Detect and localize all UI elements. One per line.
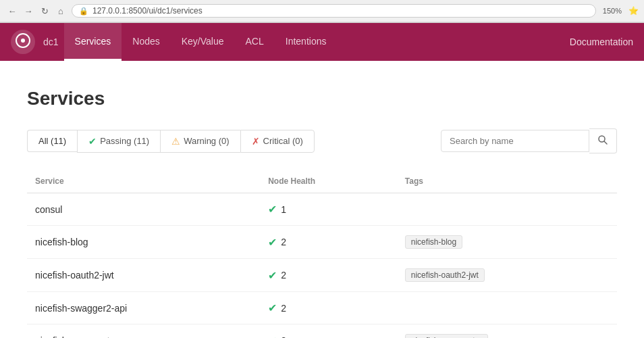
service-name: nicefish-oauth2-jwt: [35, 270, 114, 281]
table-row[interactable]: consul✔1: [27, 193, 617, 226]
col-service: Service: [27, 170, 260, 193]
filter-passing-button[interactable]: ✔ Passing (11): [77, 130, 160, 153]
health-count: 2: [281, 270, 286, 281]
filter-warning-button[interactable]: ⚠ Warning (0): [160, 130, 240, 153]
browser-toolbar: ← → ↻ ⌂ 🔒 127.0.0.1:8500/ui/dc1/services…: [0, 0, 644, 22]
service-name: nicefish-blog: [35, 237, 88, 247]
service-name: nicefish-swagger2-api: [35, 303, 127, 314]
filter-bar: All (11) ✔ Passing (11) ⚠ Warning (0) ✗ …: [27, 128, 617, 153]
services-table: Service Node Health Tags consul✔1nicefis…: [27, 170, 617, 338]
table-row[interactable]: nicefish-user-center✔2nicefish-user-cent…: [27, 324, 617, 339]
consul-logo-icon: [15, 32, 31, 52]
search-input[interactable]: [441, 130, 589, 152]
search-group: [441, 128, 617, 153]
navbar-link-keyvalue[interactable]: Key/Value: [171, 23, 235, 61]
service-name-cell: nicefish-oauth2-jwt: [27, 259, 260, 292]
node-health-cell: ✔2: [260, 292, 397, 324]
tags-cell: nicefish-user-center: [397, 324, 617, 339]
browser-chrome: ← → ↻ ⌂ 🔒 127.0.0.1:8500/ui/dc1/services…: [0, 0, 644, 23]
passing-icon: ✔: [88, 136, 97, 147]
navbar-logo: [11, 30, 35, 54]
health-check-icon: ✔: [268, 335, 277, 339]
tag: nicefish-blog: [405, 235, 462, 249]
node-health-cell: ✔2: [260, 259, 397, 292]
url-bar[interactable]: 🔒 127.0.0.1:8500/ui/dc1/services: [72, 4, 596, 18]
health-count: 2: [281, 237, 286, 247]
node-health: ✔2: [268, 301, 389, 314]
tag: nicefish-oauth2-jwt: [405, 268, 485, 282]
tags-cell: [397, 292, 617, 324]
node-health: ✔2: [268, 335, 389, 339]
filter-critical-label: Critical (0): [263, 136, 303, 146]
node-health-cell: ✔1: [260, 193, 397, 226]
node-health: ✔2: [268, 269, 389, 282]
forward-button[interactable]: →: [22, 4, 35, 18]
col-tags: Tags: [397, 170, 617, 193]
health-check-icon: ✔: [268, 269, 277, 282]
health-count: 1: [281, 204, 286, 215]
filter-all-button[interactable]: All (11): [27, 130, 77, 152]
navbar-links: Services Nodes Key/Value ACL Intentions: [64, 23, 338, 61]
page-title: Services: [27, 88, 617, 110]
refresh-button[interactable]: ↻: [38, 4, 51, 18]
table-body: consul✔1nicefish-blog✔2nicefish-blognice…: [27, 193, 617, 339]
health-check-icon: ✔: [268, 301, 277, 314]
filter-critical-button[interactable]: ✗ Critical (0): [240, 130, 315, 153]
navbar: dc1 Services Nodes Key/Value ACL Intenti…: [0, 23, 644, 61]
service-name-cell: nicefish-blog: [27, 226, 260, 259]
url-text: 127.0.0.1:8500/ui/dc1/services: [92, 6, 589, 16]
node-health-cell: ✔2: [260, 324, 397, 339]
search-button[interactable]: [589, 128, 617, 153]
navbar-doc-link[interactable]: Documentation: [570, 37, 633, 47]
table-row[interactable]: nicefish-swagger2-api✔2: [27, 292, 617, 324]
url-lock-icon: 🔒: [79, 7, 88, 16]
tags-cell: nicefish-oauth2-jwt: [397, 259, 617, 292]
browser-right-controls: ⭐: [628, 6, 639, 16]
home-button[interactable]: ⌂: [54, 4, 68, 18]
service-name-cell: nicefish-swagger2-api: [27, 292, 260, 324]
service-name-cell: consul: [27, 193, 260, 226]
node-health: ✔2: [268, 236, 389, 249]
tags-cell: [397, 193, 617, 226]
svg-point-1: [21, 39, 25, 43]
health-check-icon: ✔: [268, 236, 277, 249]
navbar-right: Documentation: [570, 37, 633, 47]
navbar-dc-label: dc1: [43, 37, 59, 47]
tag: nicefish-user-center: [405, 334, 488, 338]
service-name: consul: [35, 204, 62, 215]
warning-icon: ⚠: [171, 136, 180, 147]
table-header: Service Node Health Tags: [27, 170, 617, 193]
filter-warning-label: Warning (0): [184, 136, 229, 146]
main-content: Services All (11) ✔ Passing (11) ⚠ Warni…: [0, 61, 644, 338]
svg-line-3: [604, 141, 607, 144]
node-health: ✔1: [268, 203, 389, 216]
node-health-cell: ✔2: [260, 226, 397, 259]
service-name: nicefish-user-center: [35, 335, 118, 338]
health-count: 2: [281, 303, 286, 314]
navbar-link-services[interactable]: Services: [64, 23, 122, 61]
tags-cell: nicefish-blog: [397, 226, 617, 259]
search-icon: [597, 135, 608, 147]
zoom-level: 150%: [603, 7, 622, 15]
back-button[interactable]: ←: [5, 4, 19, 18]
critical-icon: ✗: [252, 136, 260, 147]
browser-nav-buttons: ← → ↻ ⌂: [5, 4, 68, 18]
health-check-icon: ✔: [268, 203, 277, 216]
table-row[interactable]: nicefish-blog✔2nicefish-blog: [27, 226, 617, 259]
filter-passing-label: Passing (11): [100, 136, 149, 146]
navbar-link-nodes[interactable]: Nodes: [122, 23, 170, 61]
navbar-link-acl[interactable]: ACL: [235, 23, 275, 61]
table-row[interactable]: nicefish-oauth2-jwt✔2nicefish-oauth2-jwt: [27, 259, 617, 292]
health-count: 2: [281, 335, 286, 338]
service-name-cell: nicefish-user-center: [27, 324, 260, 339]
col-node-health: Node Health: [260, 170, 397, 193]
navbar-link-intentions[interactable]: Intentions: [275, 23, 338, 61]
bookmark-icon: ⭐: [628, 6, 639, 16]
